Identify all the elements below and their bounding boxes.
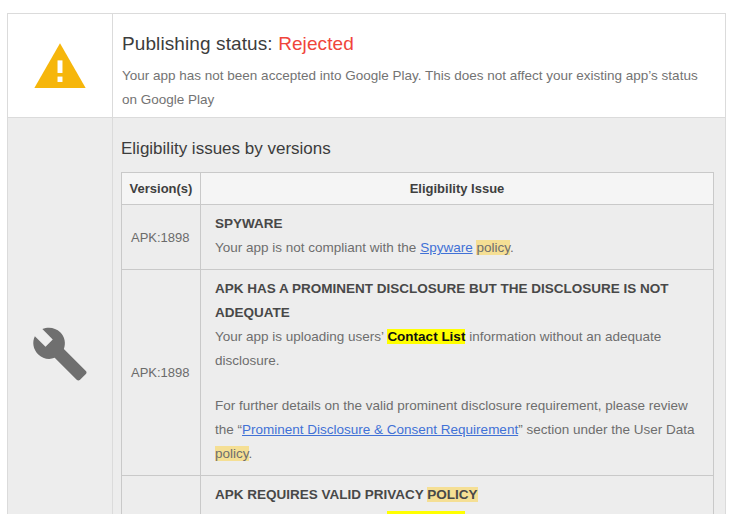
issue-description: For further details on the valid promine… <box>215 394 699 466</box>
warning-triangle-icon <box>33 42 87 90</box>
spyware-policy-link[interactable]: Spyware <box>420 240 473 255</box>
issue-description: Your app is not compliant with the Spywa… <box>215 236 699 260</box>
issue-title: APK HAS A PROMINENT DISCLOSURE BUT THE D… <box>215 277 699 325</box>
eligibility-table-body: APK:1898SPYWAREYour app is not compliant… <box>122 205 714 514</box>
issue-cell: APK REQUIRES VALID PRIVACY POLICYYour ap… <box>201 476 714 514</box>
text-segment: Your app is uploading users’ <box>215 329 387 344</box>
page-title: Publishing status: Rejected <box>122 33 709 55</box>
prominent-disclosure-link[interactable]: Prominent Disclosure & Consent Requireme… <box>242 422 518 437</box>
eligibility-table-header: Version(s) Eligibility Issue <box>122 173 714 205</box>
section-heading: Eligibility issues by versions <box>121 139 713 159</box>
page-title-prefix: Publishing status: <box>122 33 273 54</box>
text-segment: APK HAS A PROMINENT DISCLOSURE BUT THE D… <box>215 281 669 320</box>
text-segment: ” section under the User Data <box>518 422 694 437</box>
eligibility-issues-section: Eligibility issues by versions Version(s… <box>8 118 725 514</box>
text-segment: . <box>249 446 253 461</box>
header-row: Version(s) Eligibility Issue <box>122 173 714 205</box>
text-segment: Your app is not compliant with the <box>215 240 420 255</box>
issue-description: Your app is uploading users’ Contact Lis… <box>215 325 699 373</box>
issue-title: SPYWARE <box>215 212 699 236</box>
eligibility-content: Eligibility issues by versions Version(s… <box>113 118 725 514</box>
eligibility-table: Version(s) Eligibility Issue APK:1898SPY… <box>121 172 714 514</box>
version-cell: APK:1898 <box>122 205 201 270</box>
version-cell: APK:1898 <box>122 476 201 514</box>
status-description: Your app has not been accepted into Goog… <box>122 64 709 112</box>
issue-title: APK REQUIRES VALID PRIVACY POLICY <box>215 483 699 507</box>
publishing-status-section: Publishing status: Rejected Your app has… <box>8 14 725 118</box>
highlighted-text: Contact List <box>387 329 465 344</box>
column-header-versions: Version(s) <box>122 173 201 205</box>
status-rejected-text: Rejected <box>278 33 354 54</box>
issue-description: Your app is uploading users’ Contact Lis… <box>215 507 699 514</box>
version-cell: APK:1898 <box>122 270 201 476</box>
text-segment: SPYWARE <box>215 216 283 231</box>
table-row: APK:1898APK REQUIRES VALID PRIVACY POLIC… <box>122 476 714 514</box>
highlighted-text: policy <box>215 446 249 461</box>
wrench-icon <box>31 325 89 383</box>
issue-cell: APK HAS A PROMINENT DISCLOSURE BUT THE D… <box>201 270 714 476</box>
highlighted-text: POLICY <box>427 487 477 502</box>
warning-icon-cell <box>8 14 113 117</box>
text-segment: . <box>510 240 514 255</box>
column-header-eligibility-issue: Eligibility Issue <box>201 173 714 205</box>
highlighted-text: policy <box>476 240 510 255</box>
text-segment: APK REQUIRES VALID PRIVACY <box>215 487 427 502</box>
status-card: Publishing status: Rejected Your app has… <box>7 13 726 514</box>
table-row: APK:1898APK HAS A PROMINENT DISCLOSURE B… <box>122 270 714 476</box>
table-row: APK:1898SPYWAREYour app is not compliant… <box>122 205 714 270</box>
wrench-icon-cell <box>8 118 113 514</box>
publishing-status-content: Publishing status: Rejected Your app has… <box>113 14 725 117</box>
issue-cell: SPYWAREYour app is not compliant with th… <box>201 205 714 270</box>
